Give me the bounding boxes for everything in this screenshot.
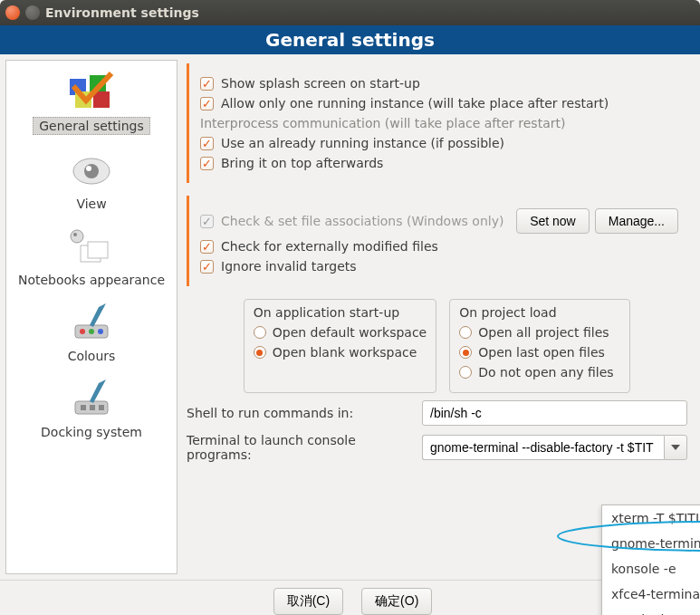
window-close-button[interactable]: [5, 5, 20, 20]
single-instance-checkbox[interactable]: [200, 97, 214, 111]
startup-group: Show splash screen on start-up Allow onl…: [187, 63, 687, 183]
general-settings-icon: [62, 70, 120, 113]
open-no-files-label: Do not open any files: [478, 365, 613, 380]
svg-rect-17: [90, 405, 95, 410]
ext-modified-checkbox[interactable]: [200, 240, 214, 254]
sidebar-item-label: Colours: [68, 349, 116, 363]
shell-label: Shell to run commands in:: [187, 406, 422, 420]
page-title: General settings: [265, 29, 435, 51]
ok-button[interactable]: 确定(O): [361, 588, 432, 615]
terminal-option[interactable]: gnome-terminal --disable-factory -t $TIT…: [602, 531, 700, 556]
ignore-invalid-label: Ignore invalid targets: [221, 259, 357, 274]
splash-checkbox[interactable]: [200, 77, 214, 91]
sidebar-item-notebooks[interactable]: Notebooks appearance: [6, 216, 177, 293]
open-all-files-radio[interactable]: [459, 326, 472, 339]
open-default-ws-label: Open default workspace: [273, 325, 427, 340]
sidebar-item-label: General settings: [33, 117, 149, 135]
terminal-option[interactable]: xterm -T $TITLE -e: [602, 505, 700, 531]
svg-point-14: [98, 329, 103, 334]
assoc-group: Check & set file associations (Windows o…: [187, 196, 687, 286]
terminal-input[interactable]: [422, 435, 664, 460]
splash-label: Show splash screen on start-up: [221, 76, 420, 91]
sidebar-item-general[interactable]: General settings: [6, 61, 177, 140]
file-assoc-checkbox: [200, 215, 214, 228]
svg-point-7: [71, 230, 83, 243]
terminal-option[interactable]: terminology -M -T $TITLE -e: [602, 607, 700, 615]
svg-rect-16: [81, 405, 86, 410]
open-blank-ws-label: Open blank workspace: [273, 345, 417, 360]
ipc-subhead: Interprocess communication (will take pl…: [200, 116, 678, 130]
terminal-label: Terminal to launch console programs:: [187, 433, 422, 462]
sidebar-item-view[interactable]: View: [6, 140, 177, 216]
startup-radio-group: On application start-up Open default wor…: [244, 299, 437, 393]
open-default-ws-radio[interactable]: [254, 326, 266, 339]
sidebar-item-label: Docking system: [41, 425, 142, 439]
palette-icon: [62, 302, 120, 345]
terminal-dropdown-button[interactable]: [664, 435, 687, 460]
shell-input[interactable]: [422, 400, 687, 426]
open-no-files-radio[interactable]: [459, 366, 472, 379]
svg-rect-10: [88, 242, 108, 258]
bring-top-label: Bring it on top afterwards: [221, 156, 383, 170]
window-title: Environment settings: [45, 5, 199, 20]
ext-modified-label: Check for externally modified files: [221, 239, 438, 254]
svg-point-13: [89, 329, 94, 334]
open-last-files-radio[interactable]: [459, 346, 472, 359]
bring-top-checkbox[interactable]: [200, 157, 214, 170]
radio-groups: On application start-up Open default wor…: [187, 299, 687, 393]
reuse-instance-checkbox[interactable]: [200, 137, 214, 150]
open-last-files-label: Open last open files: [478, 345, 605, 360]
ignore-invalid-checkbox[interactable]: [200, 260, 214, 274]
sidebar: General settings View Not: [5, 60, 177, 574]
svg-point-5: [84, 164, 99, 178]
chevron-down-icon: [671, 445, 680, 450]
set-now-button[interactable]: Set now: [516, 208, 590, 234]
docking-icon: [62, 378, 120, 421]
eye-icon: [62, 149, 120, 193]
svg-rect-18: [99, 405, 104, 410]
open-all-files-label: Open all project files: [478, 325, 609, 340]
open-blank-ws-radio[interactable]: [254, 346, 266, 359]
sidebar-item-docking[interactable]: Docking system: [6, 369, 177, 445]
svg-point-6: [86, 166, 91, 171]
terminal-option[interactable]: konsole -e: [602, 556, 700, 581]
cancel-button[interactable]: 取消(C): [273, 588, 343, 615]
file-assoc-label: Check & set file associations (Windows o…: [221, 214, 503, 228]
sidebar-item-colours[interactable]: Colours: [6, 293, 177, 369]
project-radio-group: On project load Open all project files O…: [449, 299, 630, 393]
content-area: Show splash screen on start-up Allow onl…: [177, 54, 700, 580]
single-instance-label: Allow only one running instance (will ta…: [221, 96, 609, 111]
titlebar: Environment settings: [0, 0, 700, 25]
manage-button[interactable]: Manage...: [595, 208, 678, 234]
dialog-footer: 取消(C) 确定(O): [0, 580, 700, 615]
svg-point-12: [80, 329, 85, 334]
sidebar-item-label: Notebooks appearance: [18, 273, 165, 287]
terminal-dropdown-list[interactable]: xterm -T $TITLE -e gnome-terminal --disa…: [601, 504, 700, 615]
window-min-button[interactable]: [25, 5, 40, 20]
project-radio-head: On project load: [459, 305, 620, 320]
sidebar-item-label: View: [76, 197, 106, 211]
terminal-combo[interactable]: [422, 435, 687, 460]
startup-radio-head: On application start-up: [254, 305, 427, 320]
reuse-instance-label: Use an already running instance (if poss…: [221, 136, 504, 150]
terminal-option[interactable]: xfce4-terminal -T $TITLE -x: [602, 581, 700, 607]
notebook-icon: [62, 226, 120, 269]
page-header: General settings: [0, 25, 700, 54]
svg-point-8: [73, 233, 77, 236]
